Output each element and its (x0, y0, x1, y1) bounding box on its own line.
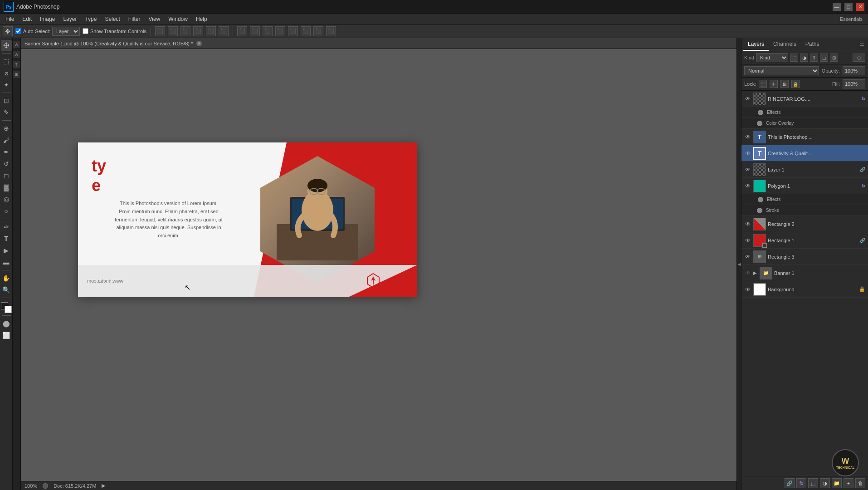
layer-item-banner1[interactable]: 👁 ▶ 📁 Banner 1 (741, 265, 868, 281)
new-fill-button[interactable]: ◑ (820, 478, 830, 488)
filter-toggle[interactable]: ⊙ (853, 54, 865, 62)
align-bottom-icon[interactable]: ⬛ (219, 26, 229, 36)
align-left-icon[interactable]: ⬛ (155, 26, 165, 36)
link-layers-button[interactable]: 🔗 (785, 478, 795, 488)
paragraph-icon[interactable]: ¶ (13, 61, 20, 68)
menu-file[interactable]: File (2, 15, 18, 23)
hand-tool[interactable]: ✋ (1, 273, 12, 284)
distribute-top-icon[interactable]: ⬛ (275, 26, 285, 36)
add-style-button[interactable]: fx (796, 478, 806, 488)
layer-visibility-rinectar[interactable]: 👁 (744, 95, 751, 103)
nav-arrow[interactable]: ▶ (102, 483, 105, 489)
menu-view[interactable]: View (145, 15, 164, 23)
menu-type[interactable]: Type (81, 15, 100, 23)
lock-pixel-icon[interactable]: ⬚ (759, 80, 767, 88)
panel-collapse-button[interactable]: ◀ (736, 38, 741, 490)
align-center-h-icon[interactable]: ⬛ (168, 26, 178, 36)
magic-wand-tool[interactable]: ✦ (1, 79, 12, 90)
pen-tool[interactable]: ✑ (1, 221, 12, 232)
layer-visibility-background[interactable]: 👁 (744, 286, 751, 293)
show-transform-checkbox[interactable] (83, 28, 88, 34)
lock-all-icon[interactable]: 🔒 (791, 80, 800, 88)
menu-image[interactable]: Image (36, 15, 59, 23)
layer-item-rectangle3[interactable]: 👁 ⊞ Rectangle 3 (741, 249, 868, 265)
layer-group-triangle[interactable]: ▶ (753, 270, 757, 275)
layer-effect-vis-polygon[interactable] (758, 197, 763, 202)
menu-select[interactable]: Select (101, 15, 123, 23)
layer-effect-visibility[interactable] (758, 110, 763, 115)
opacity-input[interactable] (843, 66, 865, 75)
layer-effects-group-rinectar[interactable]: Effects (741, 107, 868, 118)
distribute-center-icon[interactable]: ⬛ (250, 26, 260, 36)
artboard-icon[interactable]: ⊞ (13, 71, 20, 78)
layer-visibility-banner1[interactable]: 👁 (744, 270, 751, 277)
panel-menu-icon[interactable]: ☰ (858, 38, 866, 51)
eraser-tool[interactable]: ◻ (1, 170, 12, 181)
layer-color-overlay-vis[interactable] (757, 121, 762, 126)
filter-adjustment-icon[interactable]: ◑ (800, 54, 808, 62)
distribute-left-icon[interactable]: ⬛ (237, 26, 247, 36)
tab-paths[interactable]: Paths (801, 38, 824, 51)
layer-effects-group-polygon[interactable]: Effects (741, 194, 868, 205)
filter-pixel-icon[interactable]: ⬚ (790, 54, 798, 62)
layer-visibility-rectangle2[interactable]: 👁 (744, 220, 751, 228)
distribute-right-icon[interactable]: ⬛ (263, 26, 273, 36)
filter-kind-dropdown[interactable]: Kind Name Effect Mode Attribute Color (756, 53, 788, 62)
layer-visibility-polygon1[interactable]: 👁 (744, 182, 751, 190)
add-mask-button[interactable]: ⬚ (808, 478, 818, 488)
layer-item-rinectar-logo[interactable]: 👁 RINECTAR LOG.... fx (741, 91, 868, 107)
distribute-horiz-icon[interactable]: ⬛ (313, 26, 323, 36)
distribute-mid-icon[interactable]: ⬛ (288, 26, 298, 36)
character-icon[interactable]: A (13, 51, 20, 58)
history-brush[interactable]: ↺ (1, 158, 12, 169)
filter-shape-icon[interactable]: ◻ (820, 54, 828, 62)
align-top-icon[interactable]: ⬛ (193, 26, 203, 36)
marquee-tool[interactable]: ⬚ (1, 56, 12, 67)
eyedropper-tool[interactable]: ✎ (1, 107, 12, 118)
background-color[interactable] (5, 306, 12, 313)
autoselect-checkbox[interactable] (15, 28, 21, 34)
layer-item-polygon1[interactable]: 👁 Polygon 1 fx (741, 178, 868, 194)
fill-input[interactable] (843, 79, 865, 88)
blur-tool[interactable]: ◎ (1, 194, 12, 205)
menu-edit[interactable]: Edit (19, 15, 35, 23)
layer-stroke-vis[interactable] (757, 208, 762, 213)
type-tool[interactable]: T (1, 233, 12, 244)
filter-smart-icon[interactable]: ⊞ (830, 54, 838, 62)
layer-color-overlay[interactable]: Color Overlay (741, 118, 868, 129)
brush-tool[interactable]: 🖌 (1, 135, 12, 146)
path-selection-tool[interactable]: ▶ (1, 245, 12, 256)
layer-visibility-layer1[interactable]: 👁 (744, 166, 751, 173)
close-button[interactable]: ✕ (856, 3, 864, 11)
menu-layer[interactable]: Layer (59, 15, 80, 23)
align-center-v-icon[interactable]: ⬛ (206, 26, 216, 36)
tab-channels[interactable]: Channels (769, 38, 801, 51)
clone-tool[interactable]: ✒ (1, 147, 12, 157)
healing-tool[interactable]: ⊕ (1, 123, 12, 134)
layer-stroke-polygon[interactable]: Stroke (741, 205, 868, 216)
distribute-bottom-icon[interactable]: ⬛ (301, 26, 311, 36)
canvas-tab-close[interactable]: ✕ (196, 41, 202, 46)
menu-window[interactable]: Window (165, 15, 191, 23)
layer-visibility-creativity[interactable]: 👁 (744, 150, 751, 157)
layer-item-this-is-photoshop[interactable]: 👁 T This is Photoshop'... (741, 129, 868, 145)
maximize-button[interactable]: □ (844, 3, 853, 11)
crop-tool[interactable]: ⊡ (1, 95, 12, 106)
layer-item-rectangle1[interactable]: 👁 Rectangle 1 🔗 (741, 232, 868, 249)
properties-icon[interactable]: A (13, 41, 20, 48)
blend-mode-dropdown[interactable]: Normal Dissolve Multiply Screen Overlay (744, 66, 819, 75)
menu-help[interactable]: Help (192, 15, 211, 23)
layer-item-background[interactable]: 👁 Background 🔒 (741, 281, 868, 298)
color-swatch-area[interactable] (1, 302, 12, 313)
lasso-tool[interactable]: ⌀ (1, 68, 12, 78)
shape-tool[interactable]: ▬ (1, 257, 12, 268)
new-group-button[interactable]: 📁 (832, 478, 842, 488)
layer-visibility-photoshop[interactable]: 👁 (744, 133, 751, 141)
layer-item-layer1[interactable]: 👁 Layer 1 🔗 (741, 162, 868, 178)
layer-item-rectangle2[interactable]: 👁 Rectangle 2 (741, 216, 868, 232)
dodge-tool[interactable]: ○ (1, 206, 12, 216)
menu-filter[interactable]: Filter (125, 15, 144, 23)
autoselect-dropdown[interactable]: Layer Group (52, 27, 80, 36)
lock-artboard-icon[interactable]: ⊞ (780, 80, 789, 88)
move-tool-icon[interactable]: ✥ (3, 26, 13, 36)
